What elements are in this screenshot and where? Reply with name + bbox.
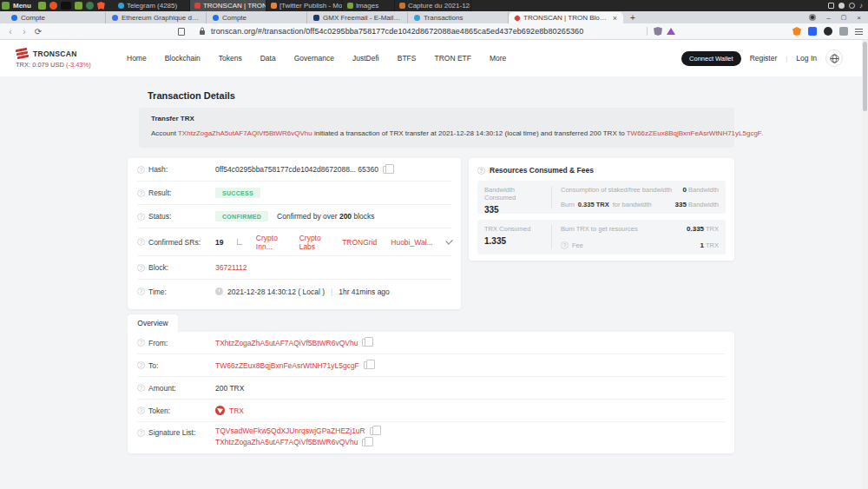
new-tab-button[interactable]: + <box>630 13 635 23</box>
help-icon[interactable]: ? <box>137 238 145 246</box>
sr-link[interactable]: TRONGrid <box>342 238 377 247</box>
browser-tab-transactions[interactable]: Transactions <box>408 12 509 23</box>
confirmed-srs-label: Confirmed SRs: <box>148 238 201 247</box>
file-manager-icon[interactable] <box>38 2 46 10</box>
window-restore-button[interactable]: ▢ <box>841 14 847 21</box>
bookmark-panel-icon[interactable] <box>178 28 185 36</box>
folder-icon[interactable] <box>75 2 82 10</box>
copy-icon[interactable] <box>362 339 369 347</box>
notice-from-address[interactable]: TXhtzZogaZhA5utAF7AQiVf5BtWR6vQVhu <box>178 129 312 137</box>
notice-to-address[interactable]: TW66zZEux8BqjBxnFeAsrWtNH71yL5gcgF <box>627 129 761 137</box>
metamask-icon[interactable] <box>792 27 801 36</box>
browser-menu-icon[interactable] <box>855 29 863 35</box>
chevron-down-icon[interactable] <box>445 237 453 245</box>
token-link[interactable]: TRX <box>229 406 244 415</box>
ubuntu-app-icon[interactable] <box>49 2 57 10</box>
brave-browser-icon[interactable] <box>97 2 105 10</box>
nav-more[interactable]: More <box>490 54 506 63</box>
copy-icon[interactable] <box>362 439 369 446</box>
terminal-icon[interactable] <box>61 2 71 10</box>
window-minimize-button[interactable]: – <box>826 14 830 22</box>
signature-link[interactable]: TXhtzZogaZhA5utAF7AQiVf5BtWR6vQVhu <box>215 437 358 448</box>
privacy-shield-icon[interactable] <box>654 27 662 36</box>
help-icon[interactable]: ? <box>137 166 145 174</box>
sr-link[interactable]: Crypto Labs <box>299 234 328 251</box>
reload-button[interactable]: ⟳ <box>31 27 45 36</box>
transaction-details-card: ?Hash: 0ff54c0295bba758177cde1042d867208… <box>128 158 461 309</box>
sr-link[interactable]: Crypto Inn... <box>256 234 286 251</box>
taskbar-menu-button[interactable]: Menu <box>13 2 31 10</box>
browser-tab-tronscan-active[interactable]: TRONSCAN | TRON BlockChain E... × <box>509 12 623 23</box>
browser-tab-ethereum[interactable]: Ethereum Graphique de prix (ETH) <box>106 12 207 23</box>
nav-home[interactable]: Home <box>127 54 147 63</box>
language-button[interactable] <box>825 50 843 67</box>
extension-pin-icon[interactable] <box>824 27 832 36</box>
signature-link[interactable]: TQVsadWeFkw5QdXJUnrqswjGPaZHEZj1uR <box>215 426 365 437</box>
register-link[interactable]: Register <box>750 54 778 63</box>
sr-link[interactable]: Huobi_Wal... <box>391 238 432 247</box>
taskbar-window-telegram[interactable]: Telegram (4285) <box>114 0 190 11</box>
help-icon[interactable]: ? <box>137 339 145 347</box>
help-icon[interactable]: ? <box>137 287 145 295</box>
scrollbar-thumb[interactable] <box>863 42 867 111</box>
help-icon[interactable]: ? <box>137 384 145 392</box>
tab-overview[interactable]: Overview <box>128 314 178 332</box>
from-address-link[interactable]: TXhtzZogaZhA5utAF7AQiVf5BtWR6vQVhu <box>215 339 358 347</box>
tronscan-logo[interactable]: TRONSCAN TRX: 0.079 USD (-3.43%) <box>16 48 120 69</box>
nav-justdefi[interactable]: JustDefi <box>352 54 379 63</box>
record-indicator-icon[interactable] <box>809 14 816 21</box>
window-close-button[interactable]: × <box>857 14 861 22</box>
help-icon[interactable]: ? <box>137 189 145 197</box>
tradingview-icon[interactable] <box>808 27 817 36</box>
help-icon[interactable]: ? <box>137 213 145 221</box>
login-link[interactable]: Log In <box>796 54 817 63</box>
extensions-area <box>792 27 863 36</box>
browser-tab-compte-1[interactable]: Compte <box>5 12 106 23</box>
address-bar[interactable]: tronscan.org/#/transaction/0ff54c0295bba… <box>178 27 583 36</box>
web-browser-icon[interactable] <box>86 2 94 10</box>
url-text[interactable]: tronscan.org/#/transaction/0ff54c0295bba… <box>211 27 583 36</box>
block-row: ?Block: 36721112 <box>137 256 451 280</box>
overview-card: ?From: TXhtzZogaZhA5utAF7AQiVf5BtWR6vQVh… <box>128 332 734 453</box>
tray-user-icon[interactable] <box>838 3 845 9</box>
connect-wallet-button[interactable]: Connect Wallet <box>681 51 741 66</box>
nav-btfs[interactable]: BTFS <box>398 54 417 63</box>
help-icon[interactable]: ? <box>137 429 145 437</box>
help-icon[interactable]: ? <box>477 167 485 175</box>
copy-icon[interactable] <box>364 361 371 369</box>
copy-icon[interactable] <box>383 166 390 174</box>
taskbar-window-capture[interactable]: Capture du 2021-12-... <box>395 0 471 11</box>
forward-button[interactable]: › <box>17 27 31 36</box>
tray-display-icon[interactable] <box>828 3 834 9</box>
help-icon[interactable]: ? <box>137 361 145 369</box>
help-icon[interactable]: ? <box>561 241 569 249</box>
block-link[interactable]: 36721112 <box>215 263 247 272</box>
help-icon[interactable]: ? <box>137 264 145 272</box>
taskbar-window-images[interactable]: Images <box>343 0 395 11</box>
token-row: ?Token: TRX <box>137 400 725 422</box>
tray-users-icon[interactable] <box>849 3 855 9</box>
bandwidth-row1-unit: Bandwidth <box>687 186 719 194</box>
back-button[interactable]: ‹ <box>3 27 17 36</box>
distro-menu-icon[interactable] <box>2 2 10 10</box>
tab-title: Compte <box>21 14 99 22</box>
extension-icon[interactable] <box>839 27 848 36</box>
nav-tron-etf[interactable]: TRON ETF <box>434 54 471 63</box>
page-action-icons <box>654 27 675 36</box>
nav-blockchain[interactable]: Blockchain <box>165 54 201 63</box>
warning-triangle-icon[interactable] <box>667 28 675 35</box>
copy-icon[interactable] <box>370 427 377 435</box>
browser-tab-gmx[interactable]: GMX Freemail - E-Mail made in Ger... <box>307 12 408 23</box>
browser-tab-compte-2[interactable]: Compte <box>207 12 307 23</box>
tab-close-icon[interactable]: × <box>613 14 617 23</box>
taskbar-window-twitter[interactable]: [Twitter Publish - Mo... <box>266 0 343 11</box>
list-view-icon[interactable] <box>237 239 241 245</box>
nav-tokens[interactable]: Tokens <box>219 54 242 63</box>
help-icon[interactable]: ? <box>137 406 145 414</box>
nav-data[interactable]: Data <box>260 54 276 63</box>
tronscan-icon <box>194 3 201 9</box>
nav-governance[interactable]: Governance <box>294 54 334 63</box>
tray-audio-icon[interactable]: ♪ <box>859 2 863 10</box>
to-address-link[interactable]: TW66zZEux8BqjBxnFeAsrWtNH71yL5gcgF <box>215 361 359 370</box>
taskbar-window-tronscan[interactable]: TRONSCAN | TRON ... <box>190 0 266 11</box>
